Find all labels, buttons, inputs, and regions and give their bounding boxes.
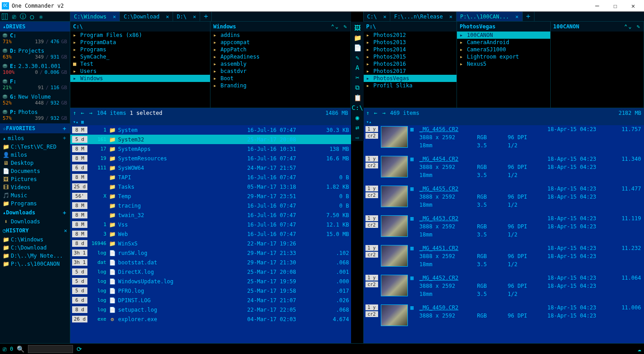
photo-row[interactable]: 1 ycr2 ▦ _MG_4452.CR218-Apr-15 04:2311.0… xyxy=(364,274,644,304)
column-item[interactable]: ▸SymCache_ xyxy=(70,53,210,60)
column-item[interactable]: ▸AppPatch xyxy=(210,46,350,53)
drive-item[interactable]: ⛃D:Projects 63%349/931GB xyxy=(0,47,70,62)
file-row[interactable]: 8 M1📁Vss16-Jul-16 07:4712.1 KB xyxy=(70,220,351,229)
image-icon[interactable]: 🖼 xyxy=(354,24,361,32)
file-row[interactable]: 8 M19📁SystemResources16-Jul-16 07:4716.6… xyxy=(70,154,351,163)
column-item[interactable]: ▸Windows xyxy=(70,75,210,82)
column-item[interactable]: ▸CameraSJ1000 xyxy=(457,46,550,53)
file-row[interactable]: 5 d161📁System3225-Mar-17 20:08 xyxy=(70,135,351,144)
photo-row[interactable]: 1 ycr2 ▦ _MG_4455.CR218-Apr-15 04:2311.4… xyxy=(364,185,644,214)
file-row[interactable]: 5 dlog📄PFRO.log25-Mar-17 19:58.017 xyxy=(70,286,351,295)
right-sort-header[interactable]: ▾▴ xyxy=(364,118,644,125)
drive-item[interactable]: ⛃P:Photos 57%399/932GB xyxy=(0,108,70,123)
column-item[interactable]: ▸Programs xyxy=(70,46,210,53)
file-row[interactable]: 56'X📁Temp29-Mar-17 23:510 B xyxy=(70,191,351,201)
downloads-header[interactable]: ▴ Downloads ＋ xyxy=(0,208,70,218)
column-item[interactable]: ▸appcompat xyxy=(210,39,350,46)
close-icon[interactable]: ✕ xyxy=(64,227,67,234)
close-tab-icon[interactable]: ✕ xyxy=(383,14,386,20)
favorite-item[interactable]: 🖥Desktop xyxy=(0,159,70,167)
close-tab-icon[interactable]: ✕ xyxy=(113,14,116,20)
left-sort-header[interactable]: ▾▴ ▦ xyxy=(70,118,351,125)
column-item[interactable]: ▸Users xyxy=(70,68,210,75)
column-item[interactable]: ▸addins xyxy=(210,32,350,39)
column-item[interactable]: ▸Photos2014 xyxy=(364,46,457,53)
add-tab-button[interactable]: ＋ xyxy=(200,12,212,21)
tab[interactable]: C:\Download✕ xyxy=(120,12,173,21)
drive-item[interactable]: ⛃G:New Volume 52%448/932GB xyxy=(0,93,70,108)
column-header[interactable]: PhotosVegas xyxy=(457,22,550,32)
sync-icon[interactable]: ☁ xyxy=(638,345,641,353)
minimize-button[interactable]: ─ xyxy=(588,0,606,11)
drive-item[interactable]: ⛃F: 21%91/116GB xyxy=(0,77,70,93)
atom-icon[interactable]: ⚛ xyxy=(37,13,45,20)
file-row[interactable]: 5 dlog📄DirectX.log25-Mar-17 20:08.001 xyxy=(70,267,351,277)
history-item[interactable]: 📁D:\..\My Note... xyxy=(0,252,70,260)
left-filelist[interactable]: 8 M1📁System16-Jul-16 07:4730.3 KB5 d161📁… xyxy=(70,125,351,354)
file-row[interactable]: 6 d111📁SysWOW6424-Mar-17 21:57 xyxy=(70,163,351,172)
eye-icon[interactable]: ◉ xyxy=(356,114,359,121)
arrow-right-icon[interactable]: ⇨ xyxy=(356,134,359,141)
new-file-icon[interactable]: 📄 xyxy=(354,44,361,51)
text-icon[interactable]: A xyxy=(356,64,359,71)
clipboard-icon[interactable]: 📋 xyxy=(354,94,361,101)
column-item[interactable]: ▸Profil Slika xyxy=(364,82,457,89)
history-item[interactable]: 📁P:\..s\100CANON xyxy=(0,260,70,268)
nav-up-icon[interactable]: ↑ xyxy=(366,110,370,116)
column-item[interactable]: ▸PhotosVegas xyxy=(364,75,457,82)
column-item[interactable]: ▸Boot xyxy=(210,75,350,82)
file-row[interactable]: 8 M📁tracing16-Jul-16 07:470 B xyxy=(70,201,351,210)
new-folder-icon[interactable]: 📁 xyxy=(354,34,361,41)
nav-back-icon[interactable]: ← → xyxy=(81,110,93,116)
drive-item[interactable]: ⛃E:2.3.30.01.001 100%0/0.006GB xyxy=(0,62,70,77)
tab[interactable]: F:\...n\Release✕ xyxy=(390,12,457,21)
copy-icon[interactable]: ⧉ xyxy=(355,84,360,91)
file-row[interactable]: 26 dexe⚙explorer.exe04-Mar-17 02:034.674 xyxy=(70,314,351,324)
column-item[interactable]: ▸Photos2016 xyxy=(364,60,457,68)
file-row[interactable]: 6 dlog📄DPINST.LOG24-Mar-17 21:07.026 xyxy=(70,295,351,305)
column-item[interactable]: ▸Branding xyxy=(210,82,350,89)
column-item[interactable]: ▸100CANON xyxy=(457,32,550,39)
close-tab-icon[interactable]: ✕ xyxy=(515,14,518,20)
search-icon[interactable]: 🔍 xyxy=(17,345,24,353)
plus-icon[interactable]: ＋ xyxy=(62,134,67,142)
tab[interactable]: C:\✕ xyxy=(364,12,391,21)
file-row[interactable]: 3h 1log📄runSW.log29-Mar-17 21:33.102 xyxy=(70,248,351,258)
drives-header[interactable]: ▴ DRIVES xyxy=(0,22,70,32)
file-row[interactable]: 8 M1📁System16-Jul-16 07:4730.3 KB xyxy=(70,125,351,135)
history-item[interactable]: 📁C:\Windows xyxy=(0,236,70,244)
nav-up-icon[interactable]: ↑ xyxy=(73,110,77,116)
tab[interactable]: C:\Windows✕ xyxy=(70,12,120,21)
downloads-item[interactable]: ⬇ Downloads xyxy=(0,218,70,226)
column-item[interactable]: ▸Lightroom export xyxy=(457,53,550,60)
sliders-icon[interactable]: ⎚ xyxy=(10,13,18,20)
transfer-icon[interactable]: ⇄ xyxy=(356,124,359,131)
cut-icon[interactable]: ✂ xyxy=(356,74,359,81)
column-item[interactable]: ■Test xyxy=(70,60,210,68)
column-header[interactable]: C:\ xyxy=(70,22,210,32)
info-icon[interactable]: ⓘ xyxy=(19,13,27,21)
column-item[interactable]: ▸bcastdvr xyxy=(210,68,350,75)
photo-row[interactable]: 1 ycr2 ▦ _MG_4454.CR218-Apr-15 04:2311.3… xyxy=(364,155,644,185)
favorite-group[interactable]: ▴ milos ＋ xyxy=(0,133,70,143)
maximize-button[interactable]: ☐ xyxy=(606,0,624,11)
favorite-item[interactable]: 📁C:\Test\VC_RED xyxy=(0,143,70,151)
column-item[interactable]: ▸Program Files (x86) xyxy=(70,32,210,39)
file-row[interactable]: 8 dlog📄setupact.log22-Mar-17 22:05.068 xyxy=(70,305,351,314)
queue-icon[interactable]: ⎚ xyxy=(3,345,6,353)
edit-icon[interactable]: ✎ xyxy=(356,54,359,61)
help-icon[interactable]: ◯ xyxy=(28,13,36,20)
nav-back-icon[interactable]: ← → xyxy=(374,110,387,116)
favorite-item[interactable]: 👤milos xyxy=(0,151,70,159)
column-header[interactable]: P:\ xyxy=(364,22,457,32)
column-item[interactable]: ▸Photos2015 xyxy=(364,53,457,60)
column-item[interactable]: ▸Photos2012 xyxy=(364,32,457,39)
favorite-item[interactable]: 🎞Videos xyxy=(0,183,70,191)
photo-row[interactable]: 1 ycr2 ▦ _MG_4451.CR218-Apr-15 04:2311.2… xyxy=(364,244,644,274)
column-item[interactable]: ▸ProgramData xyxy=(70,39,210,46)
column-item[interactable]: ▸AppReadiness xyxy=(210,53,350,60)
file-row[interactable]: 5 dlog📄WindowsUpdate.log25-Mar-17 19:59.… xyxy=(70,277,351,286)
file-row[interactable]: 25 d📁Tasks05-Mar-17 13:181.82 KB xyxy=(70,182,351,191)
column-header[interactable]: Windows⌃⌄ ✎ xyxy=(210,22,350,32)
photo-row[interactable]: 1 ycr2 ▦ _MG_4450.CR218-Apr-15 04:2311.0… xyxy=(364,304,644,333)
